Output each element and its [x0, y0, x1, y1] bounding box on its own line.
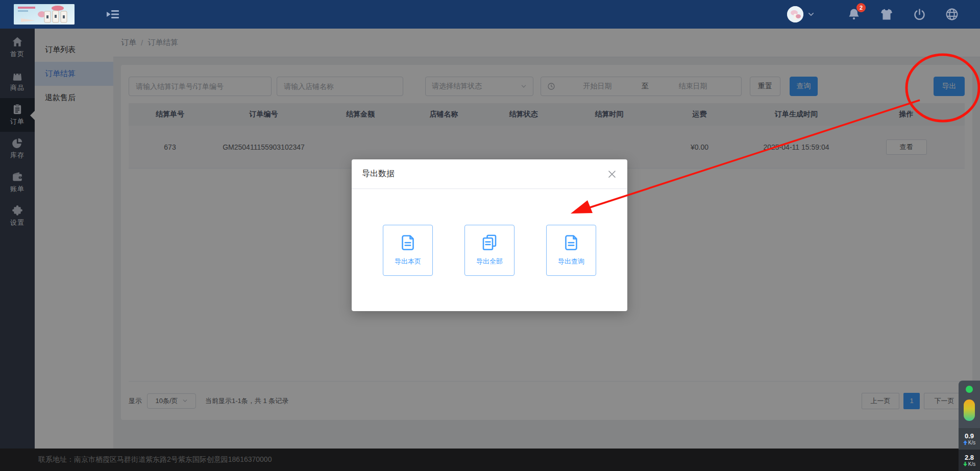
shop-shirt-icon[interactable] [879, 7, 894, 22]
modal-title: 导出数据 [362, 169, 395, 179]
export-query-result-button[interactable]: 导出查询 [546, 225, 596, 276]
language-globe-icon[interactable] [944, 7, 960, 22]
app-logo [14, 4, 75, 25]
documents-copy-icon [480, 233, 499, 252]
export-option-label: 导出本页 [395, 257, 421, 266]
net-widget-top [959, 381, 980, 428]
avatar[interactable] [787, 6, 803, 22]
notifications-bell-icon[interactable]: 2 [846, 7, 862, 22]
export-option-label: 导出全部 [476, 257, 503, 266]
export-option-label: 导出查询 [558, 257, 584, 266]
top-navbar: 2 [0, 0, 980, 29]
up-arrow-icon [963, 440, 967, 445]
notification-badge: 2 [856, 3, 866, 12]
chevron-down-icon [807, 11, 815, 18]
modal-body: 导出本页 导出全部 导出查询 [352, 189, 627, 276]
export-data-modal: 导出数据 导出本页 导出全部 [352, 159, 627, 311]
user-menu[interactable] [787, 6, 815, 22]
navbar-actions: 2 [787, 6, 980, 22]
close-icon[interactable] [607, 169, 617, 179]
status-dot-icon [966, 386, 973, 393]
document-icon [399, 233, 417, 252]
speed-gauge-icon [964, 399, 975, 421]
modal-header: 导出数据 [352, 159, 627, 189]
download-speed: 2.8 K/s [959, 450, 980, 471]
sidebar-fold-icon[interactable] [106, 9, 119, 20]
export-all-button[interactable]: 导出全部 [464, 225, 514, 276]
net-speed-widget[interactable]: 0.9 K/s 2.8 K/s [959, 381, 980, 471]
document-icon [562, 233, 580, 252]
export-current-page-button[interactable]: 导出本页 [383, 225, 433, 276]
down-arrow-icon [963, 462, 967, 466]
upload-speed: 0.9 K/s [959, 428, 980, 450]
logout-power-icon[interactable] [912, 7, 927, 22]
